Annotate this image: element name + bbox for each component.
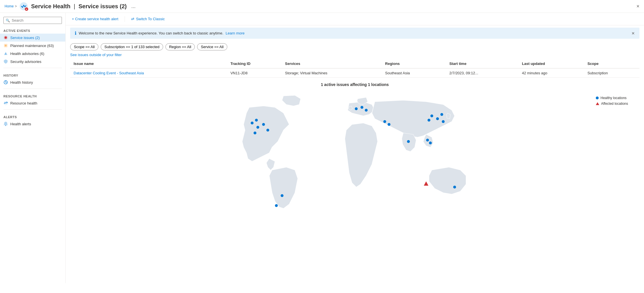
col-services: Services: [282, 59, 382, 68]
alerts-label: ALERTS: [0, 112, 65, 120]
col-last-updated: Last updated: [519, 59, 584, 68]
legend-affected: Affected locations: [596, 102, 628, 106]
col-start-time: Start time: [446, 59, 519, 68]
svg-point-29: [429, 142, 432, 144]
svg-point-19: [365, 109, 368, 112]
svg-point-30: [453, 186, 456, 188]
toolbar: + Create service health alert ⇄ Switch T…: [66, 13, 644, 25]
col-issue-name: Issue name: [70, 59, 227, 68]
search-input[interactable]: [3, 17, 62, 24]
breadcrumb: Home >: [5, 4, 17, 8]
sidebar-item-planned-maintenance[interactable]: Planned maintenance (63): [0, 42, 65, 50]
info-icon: ℹ: [75, 30, 76, 36]
main-content: + Create service health alert ⇄ Switch T…: [66, 13, 644, 283]
cell-issue-name: Datacenter Cooling Event - Southeast Asi…: [70, 68, 227, 78]
svg-point-26: [428, 119, 430, 122]
legend-affected-label: Affected locations: [601, 102, 628, 106]
issues-table-container: Issue name Tracking ID Services Regions …: [66, 59, 644, 78]
svg-point-4: [5, 36, 7, 39]
svg-point-14: [266, 129, 269, 132]
search-icon: 🔍: [6, 19, 10, 22]
divider-3: [3, 109, 62, 110]
sidebar-item-health-advisories[interactable]: ! Health advisories (6): [0, 50, 65, 58]
svg-point-21: [388, 123, 390, 126]
svg-point-25: [442, 120, 445, 123]
switch-classic-icon: ⇄: [131, 17, 134, 21]
affected-triangle: [596, 102, 599, 105]
main-layout: 🔍 ACTIVE EVENTS Service issues (2): [0, 13, 644, 283]
sidebar-label-service-issues: Service issues (2): [10, 36, 40, 40]
sidebar-search-area: 🔍: [0, 15, 65, 26]
filters-area: Scope == All Subscription == 1 of 133 se…: [66, 41, 644, 53]
svg-point-11: [256, 126, 259, 129]
create-alert-button[interactable]: + Create service health alert: [70, 16, 120, 22]
map-wrapper: Healthy locations Affected locations: [70, 90, 639, 210]
top-bar: Home > × Service Health | Service issues…: [0, 0, 644, 13]
svg-point-16: [281, 194, 283, 197]
table-row: Datacenter Cooling Event - Southeast Asi…: [70, 68, 639, 78]
col-regions: Regions: [382, 59, 446, 68]
table-header: Issue name Tracking ID Services Regions …: [70, 59, 639, 68]
cell-tracking-id: VN11-JD8: [227, 68, 282, 78]
table-header-row: Issue name Tracking ID Services Regions …: [70, 59, 639, 68]
banner-text: ℹ Welcome to the new Service Health expe…: [75, 30, 245, 36]
page-title: Service Health | Service issues (2): [31, 3, 127, 10]
sidebar-item-service-issues[interactable]: Service issues (2): [0, 34, 65, 42]
sidebar-label-security-advisories: Security advisories: [10, 60, 41, 64]
service-issues-icon: [3, 35, 8, 40]
sidebar-item-health-history[interactable]: Health history: [0, 78, 65, 86]
divider-2: [3, 89, 62, 89]
sidebar-item-health-alerts[interactable]: Health alerts: [0, 120, 65, 128]
issue-link[interactable]: Datacenter Cooling Event - Southeast Asi…: [74, 71, 144, 75]
svg-marker-32: [424, 181, 428, 186]
svg-rect-9: [5, 125, 6, 126]
sidebar-label-health-advisories: Health advisories (6): [10, 52, 44, 56]
svg-point-18: [361, 106, 363, 109]
history-label: HISTORY: [0, 70, 65, 78]
security-advisories-icon: [3, 59, 8, 64]
sidebar-label-health-history: Health history: [10, 80, 33, 85]
close-button[interactable]: ×: [636, 4, 639, 9]
svg-text:!: !: [5, 53, 6, 55]
svg-point-20: [383, 120, 386, 123]
sidebar-item-resource-health[interactable]: Resource health: [0, 99, 65, 107]
cell-start-time: 2/7/2023, 09:12...: [446, 68, 519, 78]
see-issues-link[interactable]: See issues outside of your filter: [66, 53, 644, 57]
health-advisories-icon: !: [3, 51, 8, 56]
resource-health-label: RESOURCE HEALTH: [0, 91, 65, 99]
svg-point-17: [355, 107, 358, 110]
svg-point-23: [436, 117, 439, 120]
map-section: 1 active issues affecting 1 locations: [66, 78, 644, 214]
map-title: 1 active issues affecting 1 locations: [70, 82, 639, 87]
sidebar-label-health-alerts: Health alerts: [10, 122, 31, 126]
ellipsis-button[interactable]: ...: [129, 3, 137, 10]
svg-point-28: [426, 139, 429, 142]
sidebar-item-security-advisories[interactable]: Security advisories: [0, 58, 65, 65]
info-banner: ℹ Welcome to the new Service Health expe…: [70, 28, 639, 39]
svg-point-24: [440, 113, 443, 116]
cell-last-updated: 42 minutes ago: [519, 68, 584, 78]
svg-text:×: ×: [26, 8, 27, 11]
svg-point-15: [254, 132, 256, 134]
filter-subscription[interactable]: Subscription == 1 of 133 selected: [101, 43, 163, 50]
service-health-icon: ×: [19, 2, 28, 11]
filter-region[interactable]: Region == All: [165, 43, 195, 50]
breadcrumb-separator: >: [15, 4, 17, 8]
cell-services: Storage; Virtual Machines: [282, 68, 382, 78]
world-map: [226, 90, 483, 210]
breadcrumb-home[interactable]: Home: [5, 4, 14, 8]
health-history-icon: [3, 80, 8, 85]
divider-1: [3, 68, 62, 68]
health-alerts-icon: [3, 122, 8, 126]
table-body: Datacenter Cooling Event - Southeast Asi…: [70, 68, 639, 78]
filter-scope[interactable]: Scope == All: [70, 43, 98, 50]
page-title-area: × Service Health | Service issues (2) ..…: [19, 2, 137, 11]
banner-close-button[interactable]: ✕: [631, 31, 635, 36]
filter-service[interactable]: Service == All: [197, 43, 227, 50]
legend-healthy-label: Healthy locations: [600, 96, 626, 100]
sidebar: 🔍 ACTIVE EVENTS Service issues (2): [0, 13, 66, 283]
legend-healthy: Healthy locations: [596, 96, 628, 100]
cell-scope: Subscription: [584, 68, 639, 78]
learn-more-link[interactable]: Learn more: [226, 31, 244, 35]
switch-classic-button[interactable]: ⇄ Switch To Classic: [129, 16, 167, 22]
